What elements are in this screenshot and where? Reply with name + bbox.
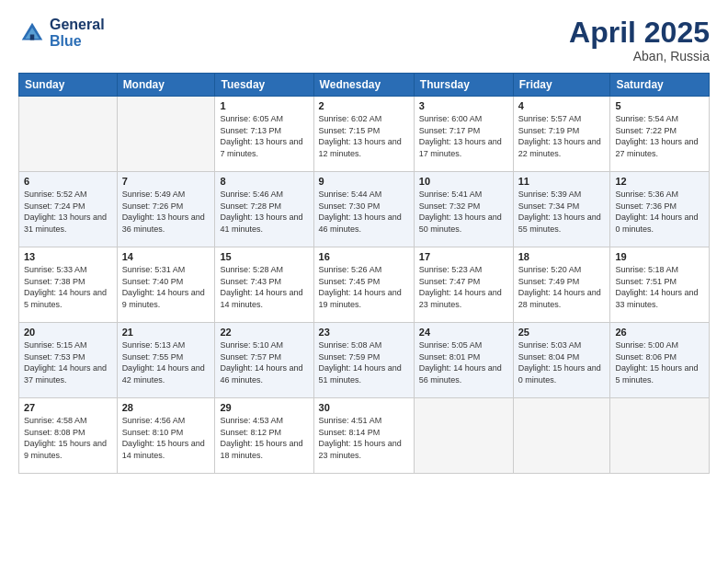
calendar-day-cell: 15Sunrise: 5:28 AMSunset: 7:43 PMDayligh… <box>215 247 313 323</box>
day-info: Sunrise: 5:44 AMSunset: 7:30 PMDaylight:… <box>319 189 409 235</box>
calendar-day-cell <box>610 398 710 474</box>
day-number: 6 <box>24 176 112 187</box>
calendar-week-row: 27Sunrise: 4:58 AMSunset: 8:08 PMDayligh… <box>19 398 710 474</box>
calendar-day-cell: 6Sunrise: 5:52 AMSunset: 7:24 PMDaylight… <box>19 172 118 247</box>
location: Aban, Russia <box>569 49 710 63</box>
calendar-day-cell: 3Sunrise: 6:00 AMSunset: 7:17 PMDaylight… <box>414 97 513 172</box>
calendar-day-cell: 4Sunrise: 5:57 AMSunset: 7:19 PMDaylight… <box>513 97 610 172</box>
day-number: 11 <box>518 176 606 187</box>
day-info: Sunrise: 5:31 AMSunset: 7:40 PMDaylight:… <box>122 264 210 310</box>
day-number: 25 <box>518 327 606 338</box>
day-info: Sunrise: 5:39 AMSunset: 7:34 PMDaylight:… <box>518 189 606 235</box>
day-info: Sunrise: 5:46 AMSunset: 7:28 PMDaylight:… <box>220 189 308 235</box>
day-number: 3 <box>419 100 508 111</box>
day-info: Sunrise: 5:49 AMSunset: 7:26 PMDaylight:… <box>122 189 210 235</box>
day-info: Sunrise: 4:51 AMSunset: 8:14 PMDaylight:… <box>319 415 409 461</box>
day-number: 5 <box>615 100 704 111</box>
calendar-day-cell: 24Sunrise: 5:05 AMSunset: 8:01 PMDayligh… <box>414 323 513 398</box>
day-info: Sunrise: 5:08 AMSunset: 7:59 PMDaylight:… <box>319 339 409 385</box>
day-info: Sunrise: 5:41 AMSunset: 7:32 PMDaylight:… <box>419 189 508 235</box>
calendar-day-cell: 11Sunrise: 5:39 AMSunset: 7:34 PMDayligh… <box>513 172 610 247</box>
day-info: Sunrise: 4:58 AMSunset: 8:08 PMDaylight:… <box>24 415 112 461</box>
day-number: 19 <box>615 251 704 262</box>
day-info: Sunrise: 5:52 AMSunset: 7:24 PMDaylight:… <box>24 189 112 235</box>
day-info: Sunrise: 5:03 AMSunset: 8:04 PMDaylight:… <box>518 339 606 385</box>
day-info: Sunrise: 5:33 AMSunset: 7:38 PMDaylight:… <box>24 264 112 310</box>
day-number: 14 <box>122 251 210 262</box>
calendar-day-cell: 18Sunrise: 5:20 AMSunset: 7:49 PMDayligh… <box>513 247 610 323</box>
day-number: 30 <box>319 402 409 413</box>
calendar-week-row: 20Sunrise: 5:15 AMSunset: 7:53 PMDayligh… <box>19 323 710 398</box>
day-number: 12 <box>615 176 704 187</box>
calendar-day-cell: 2Sunrise: 6:02 AMSunset: 7:15 PMDaylight… <box>313 97 414 172</box>
day-info: Sunrise: 6:05 AMSunset: 7:13 PMDaylight:… <box>220 113 308 159</box>
calendar-day-cell: 25Sunrise: 5:03 AMSunset: 8:04 PMDayligh… <box>513 323 610 398</box>
day-number: 4 <box>518 100 606 111</box>
calendar-day-cell: 21Sunrise: 5:13 AMSunset: 7:55 PMDayligh… <box>117 323 215 398</box>
day-number: 16 <box>319 251 409 262</box>
day-number: 28 <box>122 402 210 413</box>
calendar-day-cell: 28Sunrise: 4:56 AMSunset: 8:10 PMDayligh… <box>117 398 215 474</box>
calendar-day-cell <box>117 97 215 172</box>
calendar-day-cell: 10Sunrise: 5:41 AMSunset: 7:32 PMDayligh… <box>414 172 513 247</box>
day-info: Sunrise: 4:56 AMSunset: 8:10 PMDaylight:… <box>122 415 210 461</box>
day-number: 21 <box>122 327 210 338</box>
day-info: Sunrise: 5:23 AMSunset: 7:47 PMDaylight:… <box>419 264 508 310</box>
calendar-day-cell: 17Sunrise: 5:23 AMSunset: 7:47 PMDayligh… <box>414 247 513 323</box>
day-number: 29 <box>220 402 308 413</box>
day-number: 15 <box>220 251 308 262</box>
day-number: 7 <box>122 176 210 187</box>
col-wednesday: Wednesday <box>313 74 414 97</box>
day-info: Sunrise: 5:57 AMSunset: 7:19 PMDaylight:… <box>518 113 606 159</box>
month-title: April 2025 <box>569 17 710 49</box>
day-number: 24 <box>419 327 508 338</box>
calendar-week-row: 1Sunrise: 6:05 AMSunset: 7:13 PMDaylight… <box>19 97 710 172</box>
calendar-day-cell: 27Sunrise: 4:58 AMSunset: 8:08 PMDayligh… <box>19 398 118 474</box>
calendar-day-cell: 22Sunrise: 5:10 AMSunset: 7:57 PMDayligh… <box>215 323 313 398</box>
calendar-day-cell: 19Sunrise: 5:18 AMSunset: 7:51 PMDayligh… <box>610 247 710 323</box>
calendar-day-cell: 13Sunrise: 5:33 AMSunset: 7:38 PMDayligh… <box>19 247 118 323</box>
day-number: 10 <box>419 176 508 187</box>
day-info: Sunrise: 5:13 AMSunset: 7:55 PMDaylight:… <box>122 339 210 385</box>
day-info: Sunrise: 5:26 AMSunset: 7:45 PMDaylight:… <box>319 264 409 310</box>
svg-rect-2 <box>30 35 35 40</box>
day-number: 20 <box>24 327 112 338</box>
calendar-day-cell: 1Sunrise: 6:05 AMSunset: 7:13 PMDaylight… <box>215 97 313 172</box>
day-number: 27 <box>24 402 112 413</box>
calendar-day-cell <box>513 398 610 474</box>
calendar-week-row: 13Sunrise: 5:33 AMSunset: 7:38 PMDayligh… <box>19 247 710 323</box>
day-number: 23 <box>319 327 409 338</box>
day-info: Sunrise: 5:28 AMSunset: 7:43 PMDaylight:… <box>220 264 308 310</box>
day-number: 18 <box>518 251 606 262</box>
col-tuesday: Tuesday <box>215 74 313 97</box>
calendar-day-cell: 9Sunrise: 5:44 AMSunset: 7:30 PMDaylight… <box>313 172 414 247</box>
day-info: Sunrise: 6:00 AMSunset: 7:17 PMDaylight:… <box>419 113 508 159</box>
calendar-day-cell: 26Sunrise: 5:00 AMSunset: 8:06 PMDayligh… <box>610 323 710 398</box>
day-number: 9 <box>319 176 409 187</box>
day-info: Sunrise: 5:20 AMSunset: 7:49 PMDaylight:… <box>518 264 606 310</box>
logo-icon <box>18 19 46 47</box>
title-block: April 2025 Aban, Russia <box>569 17 710 63</box>
calendar-day-cell: 5Sunrise: 5:54 AMSunset: 7:22 PMDaylight… <box>610 97 710 172</box>
day-info: Sunrise: 5:36 AMSunset: 7:36 PMDaylight:… <box>615 189 704 235</box>
logo: General Blue <box>18 17 105 50</box>
calendar-day-cell: 12Sunrise: 5:36 AMSunset: 7:36 PMDayligh… <box>610 172 710 247</box>
col-friday: Friday <box>513 74 610 97</box>
col-thursday: Thursday <box>414 74 513 97</box>
col-monday: Monday <box>117 74 215 97</box>
day-info: Sunrise: 5:54 AMSunset: 7:22 PMDaylight:… <box>615 113 704 159</box>
day-info: Sunrise: 4:53 AMSunset: 8:12 PMDaylight:… <box>220 415 308 461</box>
day-number: 2 <box>319 100 409 111</box>
calendar-header-row: Sunday Monday Tuesday Wednesday Thursday… <box>19 74 710 97</box>
calendar-day-cell: 8Sunrise: 5:46 AMSunset: 7:28 PMDaylight… <box>215 172 313 247</box>
day-info: Sunrise: 6:02 AMSunset: 7:15 PMDaylight:… <box>319 113 409 159</box>
calendar-day-cell: 16Sunrise: 5:26 AMSunset: 7:45 PMDayligh… <box>313 247 414 323</box>
day-info: Sunrise: 5:15 AMSunset: 7:53 PMDaylight:… <box>24 339 112 385</box>
calendar-day-cell: 23Sunrise: 5:08 AMSunset: 7:59 PMDayligh… <box>313 323 414 398</box>
calendar-table: Sunday Monday Tuesday Wednesday Thursday… <box>18 73 710 474</box>
calendar-day-cell <box>414 398 513 474</box>
page-header: General Blue April 2025 Aban, Russia <box>18 17 710 63</box>
logo-text: General Blue <box>50 17 105 50</box>
calendar-day-cell: 29Sunrise: 4:53 AMSunset: 8:12 PMDayligh… <box>215 398 313 474</box>
calendar-day-cell <box>19 97 118 172</box>
